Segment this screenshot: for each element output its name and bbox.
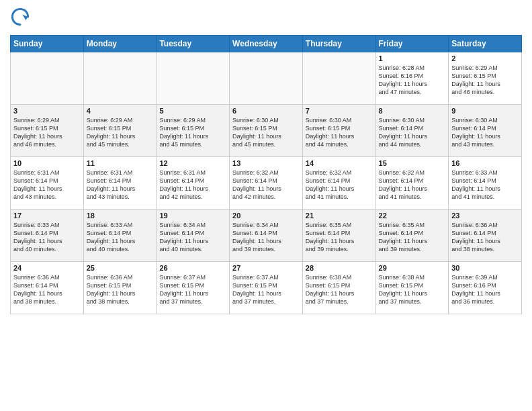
day-info: Sunrise: 6:33 AM Sunset: 6:14 PM Dayligh… xyxy=(13,221,81,254)
day-number: 30 xyxy=(451,264,519,272)
weekday-sunday: Sunday xyxy=(11,36,84,52)
day-number: 9 xyxy=(451,107,519,115)
day-cell: 29Sunrise: 6:38 AM Sunset: 6:15 PM Dayli… xyxy=(375,262,449,314)
day-info: Sunrise: 6:30 AM Sunset: 6:15 PM Dayligh… xyxy=(232,116,300,149)
day-number: 28 xyxy=(306,264,373,272)
day-cell: 11Sunrise: 6:31 AM Sunset: 6:14 PM Dayli… xyxy=(83,157,157,210)
day-number: 6 xyxy=(232,107,300,115)
day-cell: 1Sunrise: 6:28 AM Sunset: 6:16 PM Daylig… xyxy=(375,52,449,105)
day-cell: 19Sunrise: 6:34 AM Sunset: 6:14 PM Dayli… xyxy=(157,210,230,262)
day-cell: 10Sunrise: 6:31 AM Sunset: 6:14 PM Dayli… xyxy=(11,157,84,210)
day-cell: 21Sunrise: 6:35 AM Sunset: 6:14 PM Dayli… xyxy=(302,210,375,262)
week-row-1: 1Sunrise: 6:28 AM Sunset: 6:16 PM Daylig… xyxy=(11,52,522,105)
day-number: 8 xyxy=(379,107,446,115)
day-info: Sunrise: 6:32 AM Sunset: 6:14 PM Dayligh… xyxy=(232,169,300,201)
day-info: Sunrise: 6:33 AM Sunset: 6:14 PM Dayligh… xyxy=(87,221,154,254)
day-number: 19 xyxy=(159,212,226,220)
day-number: 1 xyxy=(379,54,446,62)
day-number: 29 xyxy=(379,264,446,272)
weekday-tuesday: Tuesday xyxy=(157,36,230,52)
day-cell: 6Sunrise: 6:30 AM Sunset: 6:15 PM Daylig… xyxy=(230,105,303,157)
day-number: 7 xyxy=(306,107,373,115)
day-info: Sunrise: 6:32 AM Sunset: 6:14 PM Dayligh… xyxy=(379,169,446,201)
day-cell: 30Sunrise: 6:39 AM Sunset: 6:16 PM Dayli… xyxy=(449,262,522,314)
day-info: Sunrise: 6:29 AM Sunset: 6:15 PM Dayligh… xyxy=(451,64,519,97)
day-info: Sunrise: 6:39 AM Sunset: 6:16 PM Dayligh… xyxy=(451,273,519,306)
day-info: Sunrise: 6:30 AM Sunset: 6:14 PM Dayligh… xyxy=(379,116,446,149)
day-number: 11 xyxy=(87,159,154,167)
day-cell: 2Sunrise: 6:29 AM Sunset: 6:15 PM Daylig… xyxy=(449,52,522,105)
day-cell: 13Sunrise: 6:32 AM Sunset: 6:14 PM Dayli… xyxy=(230,157,303,210)
week-row-2: 3Sunrise: 6:29 AM Sunset: 6:15 PM Daylig… xyxy=(11,105,522,157)
day-info: Sunrise: 6:34 AM Sunset: 6:14 PM Dayligh… xyxy=(232,221,300,254)
day-cell: 18Sunrise: 6:33 AM Sunset: 6:14 PM Dayli… xyxy=(83,210,157,262)
day-info: Sunrise: 6:29 AM Sunset: 6:15 PM Dayligh… xyxy=(13,116,81,149)
day-number: 15 xyxy=(379,159,446,167)
header xyxy=(10,7,522,30)
weekday-saturday: Saturday xyxy=(449,36,522,52)
day-info: Sunrise: 6:31 AM Sunset: 6:14 PM Dayligh… xyxy=(159,169,226,201)
day-cell: 7Sunrise: 6:30 AM Sunset: 6:15 PM Daylig… xyxy=(302,105,375,157)
weekday-thursday: Thursday xyxy=(302,36,375,52)
day-info: Sunrise: 6:34 AM Sunset: 6:14 PM Dayligh… xyxy=(159,221,226,254)
day-number: 5 xyxy=(159,107,226,115)
day-cell: 17Sunrise: 6:33 AM Sunset: 6:14 PM Dayli… xyxy=(11,210,84,262)
day-cell: 23Sunrise: 6:36 AM Sunset: 6:14 PM Dayli… xyxy=(449,210,522,262)
day-cell xyxy=(11,52,84,105)
day-cell xyxy=(157,52,230,105)
day-number: 16 xyxy=(451,159,519,167)
day-info: Sunrise: 6:36 AM Sunset: 6:14 PM Dayligh… xyxy=(13,273,81,306)
day-number: 13 xyxy=(232,159,300,167)
day-info: Sunrise: 6:29 AM Sunset: 6:15 PM Dayligh… xyxy=(87,116,154,149)
day-cell: 14Sunrise: 6:32 AM Sunset: 6:14 PM Dayli… xyxy=(302,157,375,210)
day-info: Sunrise: 6:37 AM Sunset: 6:15 PM Dayligh… xyxy=(232,273,300,306)
day-number: 18 xyxy=(87,212,154,220)
day-number: 20 xyxy=(232,212,300,220)
day-number: 2 xyxy=(451,54,519,62)
day-number: 12 xyxy=(159,159,226,167)
week-row-5: 24Sunrise: 6:36 AM Sunset: 6:14 PM Dayli… xyxy=(11,262,522,314)
day-cell: 3Sunrise: 6:29 AM Sunset: 6:15 PM Daylig… xyxy=(11,105,84,157)
week-row-3: 10Sunrise: 6:31 AM Sunset: 6:14 PM Dayli… xyxy=(11,157,522,210)
day-cell: 4Sunrise: 6:29 AM Sunset: 6:15 PM Daylig… xyxy=(83,105,157,157)
day-cell: 16Sunrise: 6:33 AM Sunset: 6:14 PM Dayli… xyxy=(449,157,522,210)
day-cell: 20Sunrise: 6:34 AM Sunset: 6:14 PM Dayli… xyxy=(230,210,303,262)
calendar-page: SundayMondayTuesdayWednesdayThursdayFrid… xyxy=(0,0,532,411)
day-cell: 8Sunrise: 6:30 AM Sunset: 6:14 PM Daylig… xyxy=(375,105,449,157)
day-cell: 27Sunrise: 6:37 AM Sunset: 6:15 PM Dayli… xyxy=(230,262,303,314)
day-info: Sunrise: 6:30 AM Sunset: 6:14 PM Dayligh… xyxy=(451,116,519,149)
day-cell xyxy=(302,52,375,105)
day-info: Sunrise: 6:31 AM Sunset: 6:14 PM Dayligh… xyxy=(87,169,154,201)
day-number: 26 xyxy=(159,264,226,272)
day-info: Sunrise: 6:38 AM Sunset: 6:15 PM Dayligh… xyxy=(306,273,373,306)
day-number: 24 xyxy=(13,264,81,272)
weekday-header-row: SundayMondayTuesdayWednesdayThursdayFrid… xyxy=(11,36,522,52)
day-info: Sunrise: 6:36 AM Sunset: 6:14 PM Dayligh… xyxy=(451,221,519,254)
logo-icon xyxy=(10,7,30,30)
day-info: Sunrise: 6:32 AM Sunset: 6:14 PM Dayligh… xyxy=(306,169,373,201)
day-number: 21 xyxy=(306,212,373,220)
logo xyxy=(10,7,33,30)
weekday-monday: Monday xyxy=(83,36,157,52)
day-cell: 9Sunrise: 6:30 AM Sunset: 6:14 PM Daylig… xyxy=(449,105,522,157)
day-info: Sunrise: 6:36 AM Sunset: 6:15 PM Dayligh… xyxy=(87,273,154,306)
day-number: 25 xyxy=(87,264,154,272)
day-number: 23 xyxy=(451,212,519,220)
day-info: Sunrise: 6:35 AM Sunset: 6:14 PM Dayligh… xyxy=(379,221,446,254)
day-cell: 26Sunrise: 6:37 AM Sunset: 6:15 PM Dayli… xyxy=(157,262,230,314)
day-number: 10 xyxy=(13,159,81,167)
day-info: Sunrise: 6:38 AM Sunset: 6:15 PM Dayligh… xyxy=(379,273,446,306)
day-info: Sunrise: 6:29 AM Sunset: 6:15 PM Dayligh… xyxy=(159,116,226,149)
day-number: 4 xyxy=(87,107,154,115)
day-cell: 22Sunrise: 6:35 AM Sunset: 6:14 PM Dayli… xyxy=(375,210,449,262)
day-number: 27 xyxy=(232,264,300,272)
day-cell: 28Sunrise: 6:38 AM Sunset: 6:15 PM Dayli… xyxy=(302,262,375,314)
day-cell: 24Sunrise: 6:36 AM Sunset: 6:14 PM Dayli… xyxy=(11,262,84,314)
calendar-table: SundayMondayTuesdayWednesdayThursdayFrid… xyxy=(10,35,522,314)
day-number: 14 xyxy=(306,159,373,167)
day-number: 3 xyxy=(13,107,81,115)
day-number: 22 xyxy=(379,212,446,220)
day-info: Sunrise: 6:33 AM Sunset: 6:14 PM Dayligh… xyxy=(451,169,519,201)
day-cell: 12Sunrise: 6:31 AM Sunset: 6:14 PM Dayli… xyxy=(157,157,230,210)
day-cell xyxy=(230,52,303,105)
